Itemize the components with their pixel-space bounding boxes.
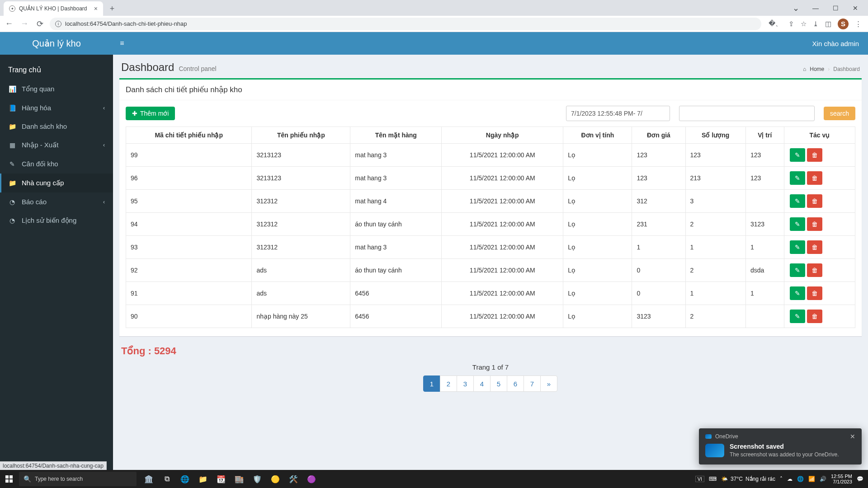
sidebar-item-label: Danh sách kho xyxy=(22,122,67,130)
pager-page[interactable]: 4 xyxy=(473,375,491,392)
edit-button[interactable]: ✎ xyxy=(790,286,805,300)
onedrive-toast: OneDrive ✕ Screenshot saved The screensh… xyxy=(699,428,862,465)
delete-button[interactable]: 🗑 xyxy=(807,194,822,208)
edit-button[interactable]: ✎ xyxy=(790,310,805,323)
toast-close-icon[interactable]: ✕ xyxy=(850,433,855,440)
downloads-icon[interactable]: ⤓ xyxy=(813,20,819,28)
sidepanel-icon[interactable]: ◫ xyxy=(825,20,831,28)
edit-button[interactable]: ✎ xyxy=(790,263,805,277)
share-icon[interactable]: ⇪ xyxy=(788,20,794,28)
table-row: 93312312mat hang 311/5/2021 12:00:00 AML… xyxy=(126,236,855,259)
taskbar-pin[interactable]: 🏬 xyxy=(231,470,248,488)
tray-language[interactable]: VI xyxy=(695,476,704,482)
sidebar-item-4[interactable]: ✎Cân đối kho xyxy=(0,155,113,174)
tray-clock[interactable]: 12:55 PM 7/1/2023 xyxy=(831,474,852,484)
table-cell: 3213123 xyxy=(252,144,350,167)
table-row: 963213123mat hang 311/5/2021 12:00:00 AM… xyxy=(126,167,855,190)
taskbar-pin[interactable]: 🟡 xyxy=(267,470,284,488)
app-logo[interactable]: Quản lý kho xyxy=(0,38,113,49)
pager-page[interactable]: 7 xyxy=(524,375,541,392)
table-cell: 90 xyxy=(126,305,252,328)
edit-button[interactable]: ✎ xyxy=(790,240,805,254)
window-minimize-icon[interactable]: — xyxy=(807,5,825,12)
tray-onedrive-icon[interactable]: ☁ xyxy=(787,476,793,482)
table-actions-cell: ✎🗑 xyxy=(784,144,855,167)
tray-wifi-icon[interactable]: 📶 xyxy=(808,476,815,482)
sidebar-item-5[interactable]: 📁Nhà cung cấp xyxy=(0,174,113,192)
zoom-icon[interactable]: �、 xyxy=(769,19,782,28)
delete-button[interactable]: 🗑 xyxy=(807,310,822,323)
sidebar-item-icon: 📘 xyxy=(8,104,16,112)
nav-back-icon[interactable]: ← xyxy=(4,19,14,28)
kebab-menu-icon[interactable]: ⋮ xyxy=(855,20,862,28)
pager-page[interactable]: 6 xyxy=(507,375,524,392)
edit-button[interactable]: ✎ xyxy=(790,148,805,162)
taskbar-pin[interactable]: 🟣 xyxy=(303,470,320,488)
pager-page[interactable]: 5 xyxy=(490,375,507,392)
breadcrumb-home[interactable]: Home xyxy=(810,66,824,72)
edit-button[interactable]: ✎ xyxy=(790,217,805,231)
new-tab-button[interactable]: + xyxy=(106,2,118,15)
sidebar-item-0[interactable]: 📊Tổng quan xyxy=(0,80,113,99)
window-maximize-icon[interactable]: ☐ xyxy=(826,5,844,12)
sidebar-toggle-icon[interactable]: ≡ xyxy=(113,39,131,47)
address-bar[interactable]: i localhost:64754/Danh-sach-chi-tiet-phi… xyxy=(50,18,761,30)
window-close-icon[interactable]: ✕ xyxy=(846,5,864,12)
site-info-icon[interactable]: i xyxy=(55,21,61,27)
tab-overflow-icon[interactable]: ⌄ xyxy=(787,3,805,13)
edit-button[interactable]: ✎ xyxy=(790,171,805,185)
taskbar-pin[interactable]: 🛡️ xyxy=(249,470,266,488)
sidebar-item-3[interactable]: ▦Nhập - Xuất‹ xyxy=(0,136,113,155)
sidebar-item-6[interactable]: ◔Báo cáo‹ xyxy=(0,192,113,211)
pager-next[interactable]: » xyxy=(540,375,557,392)
delete-button[interactable]: 🗑 xyxy=(807,240,822,254)
search-button[interactable]: search xyxy=(824,107,855,120)
bookmark-icon[interactable]: ☆ xyxy=(801,20,807,28)
sidebar-item-7[interactable]: ◔Lịch sử biến động xyxy=(0,211,113,230)
tab-title: QUẢN LÝ KHO | Dashboard xyxy=(19,5,87,12)
sidebar: Trang chủ 📊Tổng quan📘Hàng hóa‹📁Danh sách… xyxy=(0,55,113,470)
table-cell: Lọ xyxy=(563,144,632,167)
tray-network-icon[interactable]: 🌐 xyxy=(797,476,804,482)
add-new-button[interactable]: ✚ Thêm mới xyxy=(126,107,175,120)
search-input[interactable] xyxy=(679,106,815,121)
pager-page[interactable]: 2 xyxy=(440,375,457,392)
profile-avatar[interactable]: S xyxy=(838,19,849,29)
start-button[interactable] xyxy=(0,470,18,488)
toast-body: The screenshot was added to your OneDriv… xyxy=(730,451,839,458)
taskbar-search[interactable]: 🔍 Type here to search xyxy=(19,472,137,486)
sidebar-item-2[interactable]: 📁Danh sách kho xyxy=(0,117,113,136)
delete-button[interactable]: 🗑 xyxy=(807,171,822,185)
nav-forward-icon[interactable]: → xyxy=(19,19,30,28)
table-cell: 6456 xyxy=(350,282,442,305)
date-range-input[interactable] xyxy=(566,106,670,121)
delete-button[interactable]: 🗑 xyxy=(807,263,822,277)
pager-page[interactable]: 1 xyxy=(423,375,440,392)
table-cell: 92 xyxy=(126,259,252,282)
delete-button[interactable]: 🗑 xyxy=(807,286,822,300)
tray-notifications-icon[interactable]: 💬 xyxy=(857,476,863,482)
tray-volume-icon[interactable]: 🔊 xyxy=(820,476,826,482)
taskbar-pin[interactable]: 📆 xyxy=(212,470,230,488)
pencil-icon: ✎ xyxy=(795,290,800,297)
delete-button[interactable]: 🗑 xyxy=(807,148,822,162)
taskbar-pin[interactable]: 🛠️ xyxy=(285,470,302,488)
sidebar-home[interactable]: Trang chủ xyxy=(0,60,113,80)
tray-weather[interactable]: 🌤️ 37°C Nắng rải rác xyxy=(721,476,775,482)
task-view-icon[interactable]: ⧉ xyxy=(158,470,175,488)
breadcrumb: ⌂ Home › Dashboard xyxy=(803,66,860,72)
tray-ime-icon[interactable]: ⌨ xyxy=(709,476,717,482)
sidebar-item-1[interactable]: 📘Hàng hóa‹ xyxy=(0,99,113,117)
taskbar-pin[interactable]: 🏛️ xyxy=(140,470,157,488)
table-cell: 96 xyxy=(126,167,252,190)
taskbar-pin[interactable]: 📁 xyxy=(194,470,212,488)
table-cell: 2 xyxy=(685,305,745,328)
taskbar-pin[interactable]: 🌐 xyxy=(176,470,193,488)
browser-tab[interactable]: ✦ QUẢN LÝ KHO | Dashboard × xyxy=(4,1,103,16)
delete-button[interactable]: 🗑 xyxy=(807,217,822,231)
tray-chevron-icon[interactable]: ˄ xyxy=(780,476,783,482)
tab-close-icon[interactable]: × xyxy=(94,5,98,12)
nav-reload-icon[interactable]: ⟳ xyxy=(34,19,45,29)
edit-button[interactable]: ✎ xyxy=(790,194,805,208)
pager-page[interactable]: 3 xyxy=(457,375,474,392)
